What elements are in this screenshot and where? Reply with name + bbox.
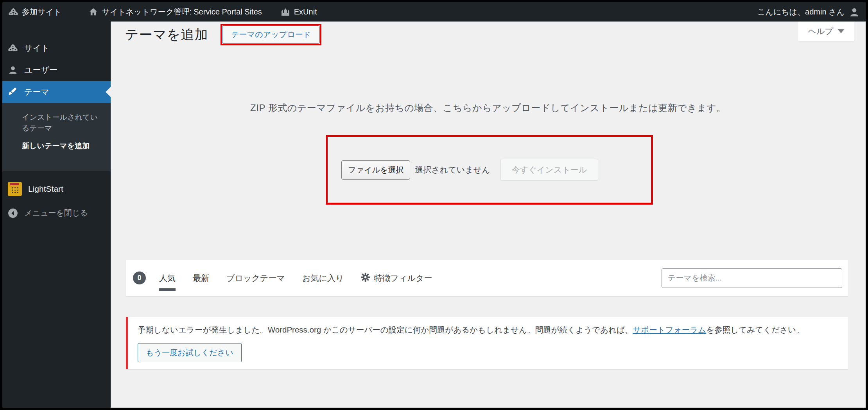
exunit-menu[interactable]: ExUnit <box>281 7 317 16</box>
try-again-button[interactable]: もう一度お試しください <box>138 343 242 362</box>
choose-file-button[interactable]: ファイルを選択 <box>341 160 410 180</box>
sidebar-item-label: LightStart <box>28 184 63 194</box>
filter-tabs: 人気 最新 ブロックテーマ お気に入り <box>159 273 344 284</box>
admin-sidebar: サイト ユーザー テーマ インストール <box>2 22 111 408</box>
install-now-button[interactable]: 今すぐインストール <box>500 159 598 181</box>
main-content: ヘルプ テーマを追加 テーマのアップロード ZIP 形式のテーマファイルをお持ち… <box>111 22 866 408</box>
gear-icon <box>361 273 370 284</box>
theme-count-badge: 0 <box>133 272 146 284</box>
exunit-label: ExUnit <box>294 7 317 16</box>
sidebar-item-label: ユーザー <box>24 65 57 76</box>
annotation-box-upload-button: テーマのアップロード <box>221 24 321 45</box>
home-icon <box>89 7 98 16</box>
screenshot-frame: 参加サイト サイトネットワーク管理: Service Portal Sites … <box>0 0 868 410</box>
upload-description: ZIP 形式のテーマファイルをお持ちの場合、こちらからアップロードしてインストー… <box>111 102 866 114</box>
users-icon <box>8 65 18 75</box>
paintbrush-icon <box>8 87 18 97</box>
tab-latest[interactable]: 最新 <box>193 273 209 284</box>
annotation-box-upload-form: ファイルを選択 選択されていません 今すぐインストール <box>326 135 653 205</box>
sidebar-item-sites[interactable]: サイト <box>2 37 111 59</box>
active-item-arrow <box>106 87 111 97</box>
page-title: テーマを追加 <box>125 26 208 44</box>
no-file-selected-text: 選択されていません <box>415 164 490 175</box>
sidebar-item-label: メニューを閉じる <box>24 208 88 218</box>
theme-search-input[interactable] <box>662 268 842 288</box>
avatar-icon <box>849 7 859 17</box>
error-message: 予期しないエラーが発生しました。WordPress.org かこのサーバーの設定… <box>138 323 837 336</box>
admin-bar-account[interactable]: こんにちは、admin さん <box>757 7 859 17</box>
tab-popular[interactable]: 人気 <box>159 273 176 284</box>
tab-block-themes[interactable]: ブロックテーマ <box>226 273 285 284</box>
collapse-menu-button[interactable]: メニューを閉じる <box>2 203 111 223</box>
feature-filter-label: 特徴フィルター <box>374 273 432 284</box>
sidebar-item-themes[interactable]: テーマ <box>2 81 111 103</box>
submenu-add-new-theme[interactable]: 新しいテーマを追加 <box>2 137 111 155</box>
upload-theme-button[interactable]: テーマのアップロード <box>222 25 320 44</box>
themes-submenu: インストールされているテーマ 新しいテーマを追加 <box>2 103 111 171</box>
chevron-down-icon <box>838 29 844 33</box>
network-admin-label: サイトネットワーク管理: Service Portal Sites <box>102 7 262 17</box>
admin-bar: 参加サイト サイトネットワーク管理: Service Portal Sites … <box>2 2 866 22</box>
greeting-text: こんにちは、admin さん <box>757 7 845 17</box>
feature-filter-toggle[interactable]: 特徴フィルター <box>361 273 432 284</box>
sidebar-item-lightstart[interactable]: LightStart <box>2 177 111 201</box>
sidebar-item-users[interactable]: ユーザー <box>2 59 111 81</box>
submenu-installed-themes[interactable]: インストールされているテーマ <box>2 108 111 137</box>
sidebar-item-label: サイト <box>24 43 49 54</box>
collapse-arrow-icon <box>8 208 18 218</box>
page-header: テーマを追加 テーマのアップロード <box>125 24 321 45</box>
help-dropdown[interactable]: ヘルプ <box>798 22 854 41</box>
lightstart-icon <box>8 182 22 196</box>
tab-favorites[interactable]: お気に入り <box>302 273 344 284</box>
support-forum-link[interactable]: サポートフォーラム <box>633 325 706 334</box>
theme-filter-bar: 0 人気 最新 ブロックテーマ お気に入り <box>126 260 848 296</box>
network-admin-menu[interactable]: サイトネットワーク管理: Service Portal Sites <box>89 7 262 17</box>
sites-multisite-icon <box>8 44 18 52</box>
sidebar-item-label: テーマ <box>24 86 49 97</box>
error-notice: 予期しないエラーが発生しました。WordPress.org かこのサーバーの設定… <box>126 317 848 369</box>
multisite-icon <box>9 8 18 16</box>
exunit-castle-icon <box>281 7 290 16</box>
my-sites-menu[interactable]: 参加サイト <box>9 7 61 17</box>
help-label: ヘルプ <box>808 26 833 37</box>
my-sites-label: 参加サイト <box>22 7 61 17</box>
